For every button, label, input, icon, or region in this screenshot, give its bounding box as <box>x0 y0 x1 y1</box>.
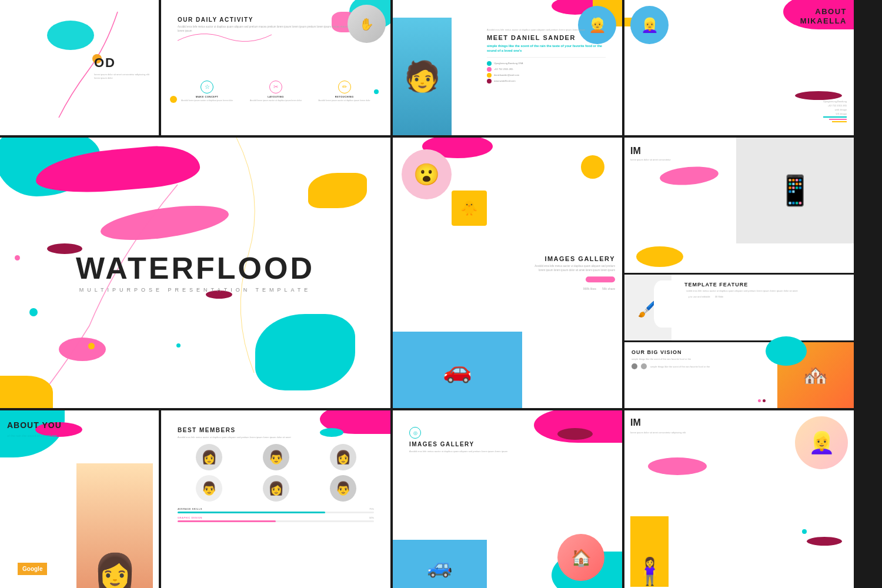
s6-yellow-dot <box>581 155 604 179</box>
s5-dot-pink <box>15 255 20 260</box>
s6-likes: 968k likes <box>583 287 596 290</box>
s2-title: OUR DAILY ACTIVITY <box>178 16 374 23</box>
s7-template-title: TEMPLATE FEATURE <box>684 282 847 288</box>
s4-content: ABOUTMIKAELLA <box>800 7 847 25</box>
s9-skill-label-1: AVERAGE SKILLS <box>178 507 202 510</box>
s7-cyan-blob <box>766 336 807 366</box>
s6-img-car: 🚗 <box>393 332 522 408</box>
s11-photo-woman-2: 🧍‍♀️ <box>630 516 669 587</box>
s9-member-6-photo: 👨 <box>330 475 356 502</box>
slide-6-images-gallery: 😮 🐥 🚗 IMAGES GALLERY Aocidid eros lefe m… <box>393 138 622 408</box>
s11-cyan-dot <box>802 529 807 534</box>
s5-dot-cyan <box>29 308 38 316</box>
s5-yellow-blob-tr <box>308 173 367 208</box>
s9-member-1: 👩 <box>178 444 240 470</box>
s3-divider <box>487 57 606 58</box>
s9-content: BEST MEMBERS Aocidid eros lefe metus auc… <box>169 419 382 533</box>
s7-slide-count: 30 Slide <box>715 295 723 298</box>
slide-1: OD lorem ipsum dolor sit amet consectetu… <box>0 0 159 135</box>
s9-skill-value-1: 75% <box>369 507 374 510</box>
s6-img-yellow: 🐥 <box>452 191 487 226</box>
s9-skill-labels-2: graphic design 50% <box>178 516 374 519</box>
s2-layouting-desc: Aocidid lorem ipsum auctor ut dapibus ip… <box>246 99 306 102</box>
s3-name: MEET DANIEL SANDER <box>487 34 606 41</box>
s9-title: BEST MEMBERS <box>178 427 374 433</box>
s10-building-circle: 🏠 <box>557 534 604 581</box>
slide-11-im-partial: IM lorem ipsum dolor sit amet consectetu… <box>624 410 854 588</box>
s5-main-title: WATERFLOOD <box>76 253 315 283</box>
s9-member-6: 👨 <box>312 475 374 502</box>
s2-make-concept-label: MAKE CONCEPT <box>178 95 237 98</box>
s6-shares: 56k share <box>602 287 615 290</box>
s5-title-block: WATERFLOOD MULTIPURPOSE PRESENTATION TEM… <box>76 253 315 293</box>
s7-tablet-img: 📱 <box>736 138 854 243</box>
s9-skill-row-1: AVERAGE SKILLS 75% <box>178 507 374 513</box>
s9-member-2-photo: 👨 <box>263 444 289 470</box>
s6-img-face: 😮 <box>402 149 452 199</box>
s9-skill-row-2: graphic design 50% <box>178 516 374 522</box>
s6-stats: 968k likes 56k share <box>533 287 615 290</box>
s8-subtitle: of the rain the sound of a loved one <box>7 434 66 439</box>
s3-location: Ujungberung,Bandung,USA <box>494 62 523 65</box>
s2-decorative-line <box>178 29 283 46</box>
s3-location-icon <box>487 61 492 66</box>
s9-skill-bg-1 <box>178 512 374 513</box>
s4-dark-blob <box>795 91 842 100</box>
s10-content: ◎ IMAGES GALLERY Aocidid eros lefe metus… <box>401 419 614 462</box>
s10-gallery-icon: ◎ <box>409 427 421 439</box>
s2-layouting-icon: ✂ <box>269 81 282 93</box>
s7-pink-blob <box>659 165 719 188</box>
s7-vision-dot1 <box>632 363 637 369</box>
s9-member-1-photo: 👩 <box>196 444 222 470</box>
s3-phone-row: +62 752 2315 265 <box>487 67 606 72</box>
s9-member-3: 👩 <box>312 444 374 470</box>
s2-icons-row: ☆ MAKE CONCEPT Aocidid lorem ipsum aucto… <box>178 81 374 102</box>
s7-template-meta: Easy to use and editable 30 Slide <box>684 295 847 298</box>
s2-retouching-label: RETOUCHING <box>315 95 374 98</box>
slide-2-daily-activity: ✋ OUR DAILY ACTIVITY Aocidid eros lefe m… <box>161 0 390 135</box>
s8-title: ABOUT YOU <box>7 421 62 429</box>
s11-desc: lorem ipsum dolor sit amet consectetur a… <box>630 431 689 435</box>
s7-vision-dot2 <box>641 363 647 369</box>
presentation-grid: OD lorem ipsum dolor sit amet consectetu… <box>0 0 882 588</box>
s5-cyan-blob-br <box>255 314 355 390</box>
s7-im-desc: lorem ipsum dolor sit amet consectetur <box>630 158 701 162</box>
s7-pink-dot1 <box>758 399 761 402</box>
s11-photo-woman-1: 👱‍♀️ <box>795 416 848 469</box>
s4-info-line2: +62 752 2315 265 <box>823 104 847 107</box>
s8-google-badge: Google <box>18 563 47 575</box>
s7-white-blob <box>654 280 689 328</box>
s7-big-vision: 🏘️ OUR BIG VISION simple things like the… <box>624 340 854 408</box>
s2-photo: ✋ <box>348 5 386 43</box>
s1-title: OD <box>94 55 153 71</box>
s4-skill-bar-2 <box>829 119 847 120</box>
s7-template-text: TEMPLATE FEATURE Aocidid eros lefe metus… <box>684 282 847 298</box>
s7-top: 📱 IM lorem ipsum dolor sit amet consecte… <box>624 138 854 273</box>
s2-retouching-desc: Aocidid lorem ipsum auctor ut dapibus ip… <box>315 99 374 102</box>
s11-title: IM <box>630 417 641 428</box>
s3-location-row: Ujungberung,Bandung,USA <box>487 61 606 66</box>
s4-photo: 👱‍♀️ <box>630 6 669 44</box>
s11-dark-blob <box>807 537 842 546</box>
s9-description: Aocidid eros lefe metus auctor ut dapibu… <box>178 436 374 439</box>
s3-subtitle: simple things like the scent of the rain… <box>487 44 606 54</box>
slide-4-mikaella: 👱‍♀️ ABOUTMIKAELLA Ujungberung,Bandung +… <box>624 0 854 135</box>
slide-8-about-you: ABOUT YOU of the rain the sound of a lov… <box>0 410 159 588</box>
s5-dot-yellow <box>88 343 95 349</box>
s9-skill-value-2: 50% <box>369 516 374 519</box>
s9-skill-bg-2 <box>178 520 374 522</box>
s7-template-desc: Aocidid eros lefe metus auctor ut dapibu… <box>684 289 847 293</box>
s3-phone: +62 752 2315 265 <box>494 68 513 71</box>
s8-title-block: ABOUT YOU <box>7 421 62 429</box>
s9-member-3-photo: 👩 <box>330 444 356 470</box>
s4-title: ABOUTMIKAELLA <box>800 7 847 25</box>
s5-yellow-blob-bl <box>0 376 53 408</box>
s6-paint-stroke <box>586 276 615 282</box>
s6-description: Aocidid eros lefe metus auctor ut dapibu… <box>533 265 615 273</box>
s4-info-line3: web design <box>823 108 847 111</box>
s2-make-concept-icon: ☆ <box>201 81 213 93</box>
s1-desc: lorem ipsum dolor sit amet consectetur a… <box>94 73 153 79</box>
s4-skill-bar-1 <box>823 116 847 118</box>
s9-member-2: 👨 <box>245 444 307 470</box>
s3-email: danielsander@mail.com <box>494 74 519 76</box>
